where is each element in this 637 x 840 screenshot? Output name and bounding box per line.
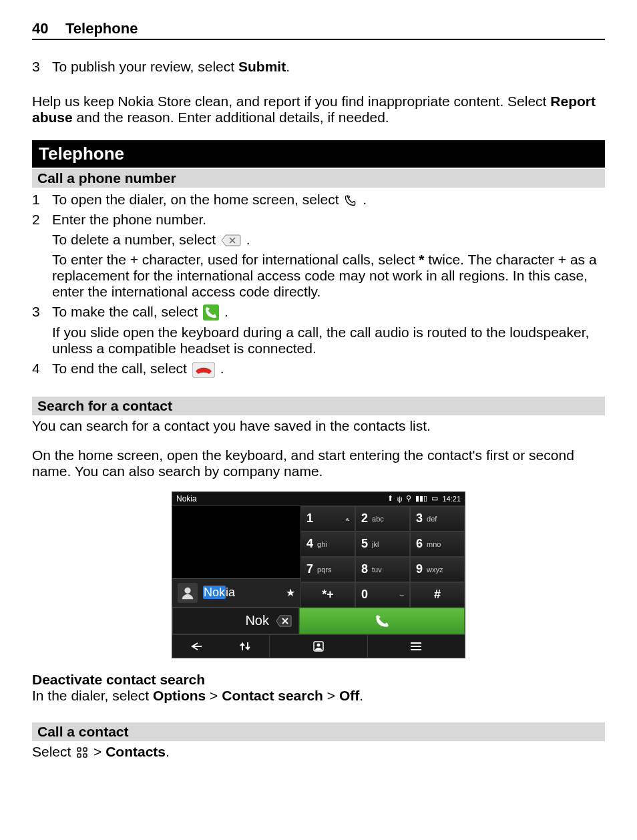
page-number: 40 — [32, 20, 52, 37]
call-button[interactable] — [299, 608, 465, 634]
intro-step-3: 3 To publish your review, select Submit. — [32, 59, 605, 75]
page-header: 40 Telephone — [32, 20, 605, 40]
search-p1: You can search for a contact you have sa… — [32, 418, 605, 434]
step-number: 3 — [32, 59, 52, 75]
contact-name: Nokia — [203, 586, 280, 600]
key-3[interactable]: 3def — [410, 506, 465, 532]
phone-keypad: 1ﻪ 2abc 3def 4ghi 5jkl 6mno 7pqrs 8tuv 9… — [300, 506, 465, 608]
back-button[interactable] — [172, 642, 221, 651]
phone-bottom-left — [172, 635, 270, 658]
status-operator: Nokia — [176, 494, 197, 503]
phone-screenshot: Nokia ⬆ ψ ⚲ ▮▮▯ ▭ 14:21 Nokia ★ — [172, 491, 465, 658]
key-9[interactable]: 9wxyz — [410, 557, 465, 582]
key-2[interactable]: 2abc — [355, 506, 410, 532]
help-paragraph: Help us keep Nokia Store clean, and repo… — [32, 93, 605, 126]
key-5[interactable]: 5jkl — [355, 532, 410, 557]
bluetooth-icon: ⚲ — [406, 494, 411, 503]
signal-icon: ▮▮▯ — [415, 494, 427, 503]
menu-button[interactable] — [368, 635, 465, 658]
key-4[interactable]: 4ghi — [300, 532, 355, 557]
deactivate-title: Deactivate contact search — [32, 672, 605, 688]
contact-suggestion-row[interactable]: Nokia ★ — [172, 578, 300, 608]
call-step-1: 1 To open the dialer, on the home screen… — [32, 192, 605, 208]
key-8[interactable]: 8tuv — [355, 557, 410, 582]
swap-button[interactable] — [221, 641, 270, 652]
svg-rect-6 — [83, 748, 87, 751]
subsection-call-contact: Call a contact — [32, 722, 605, 741]
key-6[interactable]: 6mno — [410, 532, 465, 557]
status-time: 14:21 — [442, 495, 461, 503]
svg-point-2 — [184, 588, 190, 594]
phone-bottom-bar — [172, 634, 465, 658]
svg-point-4 — [316, 643, 320, 646]
phone-outline-icon — [344, 194, 357, 207]
call-step-4: 4 To end the call, select . — [32, 361, 605, 377]
phone-status-bar: Nokia ⬆ ψ ⚲ ▮▮▯ ▭ 14:21 — [172, 492, 465, 506]
deactivate-text: In the dialer, select Options > Contact … — [32, 688, 605, 704]
search-p2: On the home screen, open the keyboard, a… — [32, 447, 605, 479]
key-star[interactable]: *+ — [300, 582, 355, 608]
upload-icon: ⬆ — [387, 494, 393, 503]
key-0[interactable]: 0⌣ — [355, 582, 410, 608]
backspace-button[interactable] — [276, 615, 292, 627]
typed-display: Nok — [172, 608, 299, 634]
key-7[interactable]: 7pqrs — [300, 557, 355, 582]
svg-rect-5 — [77, 748, 81, 751]
svg-rect-7 — [77, 754, 81, 757]
apps-grid-icon — [76, 747, 88, 759]
avatar-icon — [178, 583, 198, 603]
subsection-search-contact: Search for a contact — [32, 397, 605, 415]
header-section: Telephone — [65, 20, 138, 37]
svg-rect-0 — [203, 304, 219, 321]
svg-rect-8 — [83, 754, 87, 757]
battery-icon: ▭ — [431, 494, 438, 503]
subsection-call-number: Call a phone number — [32, 169, 605, 188]
key-1[interactable]: 1ﻪ — [300, 506, 355, 532]
contacts-button[interactable] — [270, 635, 367, 658]
favorite-star-icon: ★ — [286, 586, 295, 599]
call-contact-text: Select > Contacts. — [32, 744, 605, 760]
key-hash[interactable]: # — [410, 582, 465, 608]
section-telephone: Telephone — [32, 140, 605, 168]
call-step-3: 3 To make the call, select . If you slid… — [32, 304, 605, 357]
usb-icon: ψ — [397, 495, 403, 503]
call-step-2: 2 Enter the phone number. To delete a nu… — [32, 212, 605, 300]
backspace-oval-icon — [221, 234, 241, 246]
call-green-icon — [203, 304, 219, 321]
typed-text: Nok — [245, 613, 269, 628]
end-call-icon — [192, 362, 215, 378]
step-text: To publish your review, select Submit. — [52, 59, 605, 75]
